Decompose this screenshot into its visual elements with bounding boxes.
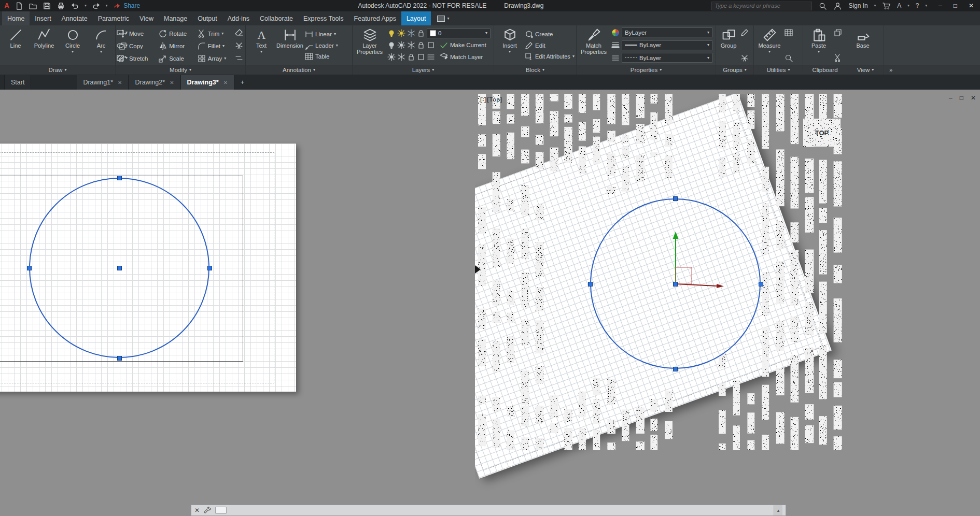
object-color-dropdown[interactable]: ByLayer ▾ [622, 27, 712, 37]
leader-button[interactable]: Leader▾ [305, 40, 350, 51]
search-input[interactable] [711, 2, 812, 10]
annotation-panel-label[interactable]: Annotation ▾ [246, 65, 352, 75]
viewport-controls[interactable]: [-][Top] [480, 96, 502, 103]
layer-thaw-icon[interactable] [397, 29, 405, 37]
help-chevron-icon[interactable]: ▾ [925, 4, 927, 8]
layer-on-icon[interactable] [387, 29, 396, 37]
properties-panel-label[interactable]: Properties ▾ [577, 65, 716, 75]
viewcube[interactable]: TOP [803, 119, 841, 147]
viewport-close-button[interactable]: ✕ [971, 94, 976, 102]
tab-express-tools[interactable]: Express Tools [298, 11, 349, 25]
layer-dropdown[interactable]: 0 ▾ [427, 28, 491, 38]
layer-lock-icon[interactable] [417, 29, 425, 37]
layer-tool-icon[interactable] [407, 41, 415, 49]
layer-tool-icon[interactable] [417, 41, 425, 49]
window-close-button[interactable]: ✕ [969, 2, 974, 9]
move-button[interactable]: Move [119, 27, 154, 40]
block-panel-label[interactable]: Block ▾ [494, 65, 576, 75]
layer-tool-icon[interactable] [397, 53, 405, 61]
command-scroll-up[interactable]: ▴ [774, 505, 782, 515]
grip-quadrant-bottom[interactable] [673, 367, 678, 371]
autocad-logo-icon[interactable]: A [4, 2, 9, 9]
command-line[interactable]: ✕ ▴ [191, 505, 786, 516]
paste-button[interactable]: Paste ▾ [805, 27, 832, 65]
redo-icon[interactable] [92, 2, 101, 10]
new-drawing-icon[interactable] [15, 2, 23, 10]
help-icon[interactable]: ? [916, 2, 919, 9]
base-view-button[interactable]: Base [849, 27, 876, 65]
apps-chevron-icon[interactable]: ▾ [907, 4, 909, 8]
offset-icon[interactable] [235, 54, 243, 62]
layer-tool-icon[interactable] [407, 53, 415, 61]
linetype-dropdown[interactable]: ByLayer ▾ [622, 53, 712, 63]
sign-in-button[interactable]: Sign In [848, 2, 867, 9]
match-properties-button[interactable]: Match Properties [579, 27, 609, 65]
clipboard-panel-label[interactable]: Clipboard [803, 65, 847, 75]
dimension-button[interactable]: Dimension [276, 27, 303, 65]
close-tab-icon[interactable]: ✕ [170, 80, 174, 85]
quick-calculator-icon[interactable] [785, 28, 793, 37]
tab-addins[interactable]: Add-ins [222, 11, 255, 25]
fillet-button[interactable]: Fillet▾ [198, 40, 232, 52]
utilities-panel-label[interactable]: Utilities ▾ [754, 65, 803, 75]
grip-quadrant-bottom[interactable] [117, 356, 122, 361]
line-button[interactable]: Line [2, 27, 29, 65]
mirror-button[interactable]: Mirror [159, 40, 193, 52]
drawing-viewport-window[interactable]: [-][Top] TOP – □ ✕ [475, 94, 980, 516]
layers-panel-label[interactable]: Layers ▾ [353, 65, 494, 75]
polyline-button[interactable]: Polyline [31, 27, 58, 65]
scale-button[interactable]: Scale [159, 52, 193, 65]
grip-quadrant-top[interactable] [117, 176, 122, 180]
tab-view[interactable]: View [134, 11, 159, 25]
layer-tool-icon[interactable] [387, 41, 396, 49]
layer-tool-icon[interactable] [427, 53, 435, 61]
tab-parametric[interactable]: Parametric [93, 11, 134, 25]
tab-insert[interactable]: Insert [30, 11, 56, 25]
tab-layout-active[interactable]: Layout [401, 11, 431, 25]
viewport-minimize-button[interactable]: – [949, 94, 953, 102]
tab-annotate[interactable]: Annotate [57, 11, 93, 25]
grip-quadrant-right[interactable] [759, 282, 763, 286]
group-edit-icon[interactable] [740, 28, 749, 37]
window-minimize-button[interactable]: – [939, 2, 942, 9]
tab-manage[interactable]: Manage [159, 11, 192, 25]
layer-tool-icon[interactable] [417, 53, 425, 61]
id-point-icon[interactable] [785, 54, 793, 62]
share-button[interactable]: Share [113, 2, 140, 9]
measure-button[interactable]: Measure ▾ [756, 27, 783, 65]
insert-block-button[interactable]: Insert ▾ [496, 27, 523, 65]
grip-quadrant-top[interactable] [673, 196, 678, 201]
panel-overflow-icon[interactable]: » [889, 67, 892, 73]
command-input[interactable] [231, 506, 769, 514]
linear-dimension-button[interactable]: Linear▾ [305, 28, 350, 40]
user-icon[interactable] [833, 2, 842, 10]
grip-center[interactable] [673, 282, 678, 286]
lineweight-dropdown[interactable]: ByLayer ▾ [622, 40, 712, 50]
text-button[interactable]: A Text ▾ [248, 27, 275, 65]
layer-tool-icon[interactable] [427, 41, 435, 49]
layer-tool-icon[interactable] [397, 41, 405, 49]
quick-access-chevron-icon[interactable]: ▾ [106, 4, 108, 8]
group-button[interactable]: Group [718, 27, 739, 65]
app-store-cart-icon[interactable] [882, 2, 891, 10]
array-button[interactable]: Array▾ [198, 52, 232, 65]
search-icon[interactable] [818, 2, 827, 10]
table-button[interactable]: Table [305, 51, 350, 62]
close-tab-icon[interactable]: ✕ [223, 80, 228, 85]
viewport-restore-button[interactable]: □ [960, 94, 963, 102]
copy-button[interactable]: Copy [119, 40, 154, 52]
close-tab-icon[interactable]: ✕ [118, 80, 122, 85]
undo-chevron-icon[interactable]: ▾ [85, 4, 87, 8]
drawing-canvas[interactable]: [-][Top] TOP – □ ✕ ✕ ▴ [0, 90, 980, 516]
layer-properties-button[interactable]: Layer Properties [355, 27, 385, 65]
wrench-icon[interactable] [204, 507, 211, 514]
tab-drawing1[interactable]: Drawing1* ✕ [77, 75, 129, 90]
sign-in-chevron-icon[interactable]: ▾ [874, 4, 876, 8]
cut-icon[interactable] [834, 54, 842, 62]
draw-panel-label[interactable]: Draw ▾ [0, 65, 115, 75]
plot-icon[interactable] [57, 2, 65, 10]
edit-attributes-button[interactable]: 1Edit Attributes▾ [525, 51, 575, 62]
tab-drawing3-active[interactable]: Drawing3* ✕ [181, 75, 235, 90]
save-icon[interactable] [43, 2, 51, 10]
command-close-icon[interactable]: ✕ [194, 507, 200, 513]
